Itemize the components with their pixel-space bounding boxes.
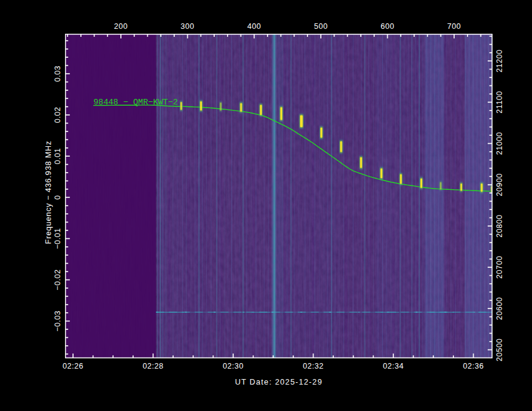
svg-text:02:30: 02:30 xyxy=(223,362,244,370)
svg-text:20700: 20700 xyxy=(495,256,504,279)
svg-text:500: 500 xyxy=(314,22,328,31)
svg-text:02:34: 02:34 xyxy=(383,362,404,370)
svg-text:20600: 20600 xyxy=(495,297,504,320)
svg-text:700: 700 xyxy=(447,22,461,31)
svg-text:600: 600 xyxy=(380,22,395,31)
svg-text:98448 − QMR−KWT−2: 98448 − QMR−KWT−2 xyxy=(93,98,178,107)
svg-text:UT Date: 2025-12-29: UT Date: 2025-12-29 xyxy=(235,378,323,386)
svg-text:21200: 21200 xyxy=(495,49,504,72)
svg-text:−0.02: −0.02 xyxy=(53,269,62,290)
svg-text:Frequency − 436.938 MHz: Frequency − 436.938 MHz xyxy=(44,141,53,244)
svg-text:21100: 21100 xyxy=(495,91,504,114)
svg-text:21000: 21000 xyxy=(495,132,504,155)
svg-text:200: 200 xyxy=(114,22,128,31)
svg-text:20900: 20900 xyxy=(495,173,504,197)
svg-text:0.02: 0.02 xyxy=(53,107,62,123)
svg-text:02:36: 02:36 xyxy=(463,362,484,370)
svg-text:0.03: 0.03 xyxy=(53,66,62,82)
svg-text:400: 400 xyxy=(247,22,261,31)
svg-text:02:26: 02:26 xyxy=(63,362,83,370)
svg-text:02:28: 02:28 xyxy=(142,362,163,370)
svg-text:−0.03: −0.03 xyxy=(53,310,62,331)
svg-text:02:32: 02:32 xyxy=(303,362,323,370)
svg-text:300: 300 xyxy=(180,22,195,31)
svg-text:20800: 20800 xyxy=(495,214,504,238)
svg-text:0.01: 0.01 xyxy=(53,148,62,165)
svg-text:20500: 20500 xyxy=(495,339,504,362)
svg-text:−0.01: −0.01 xyxy=(53,228,62,249)
svg-text:0: 0 xyxy=(53,195,62,200)
